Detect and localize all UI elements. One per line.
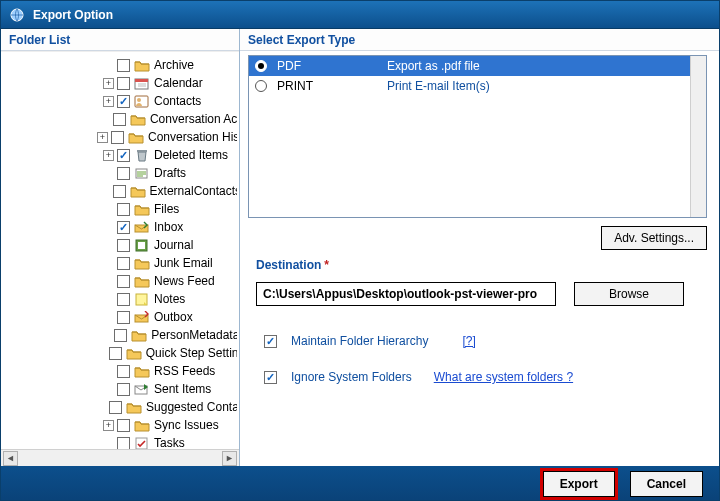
tree-item-files[interactable]: Files: [3, 200, 237, 218]
folder-checkbox[interactable]: [117, 95, 130, 108]
tree-item-personmetadata[interactable]: PersonMetadata: [3, 326, 237, 344]
export-type-name: PDF: [277, 59, 377, 73]
expand-icon[interactable]: +: [103, 96, 114, 107]
adv-settings-button[interactable]: Adv. Settings...: [601, 226, 707, 250]
window-title: Export Option: [33, 8, 113, 22]
sent-icon: [134, 382, 150, 396]
expand-icon[interactable]: +: [103, 78, 114, 89]
tree-item-outbox[interactable]: Outbox: [3, 308, 237, 326]
tasks-icon: [134, 436, 150, 449]
folder-label: Deleted Items: [154, 148, 228, 162]
expand-icon: [99, 186, 110, 197]
folder-checkbox[interactable]: [109, 401, 122, 414]
destination-input[interactable]: [256, 282, 556, 306]
scroll-right-icon[interactable]: ►: [222, 451, 237, 466]
export-type-print[interactable]: PRINTPrint E-mail Item(s): [249, 76, 706, 96]
folder-checkbox[interactable]: [117, 311, 130, 324]
folder-checkbox[interactable]: [117, 365, 130, 378]
calendar-icon: [134, 76, 150, 90]
tree-item-conversation-hist[interactable]: +Conversation Hist: [3, 128, 237, 146]
folder-icon: [134, 274, 150, 288]
scroll-left-icon[interactable]: ◄: [3, 451, 18, 466]
folder-checkbox[interactable]: [117, 203, 130, 216]
tree-item-journal[interactable]: Journal: [3, 236, 237, 254]
expand-icon: [99, 114, 110, 125]
folder-label: Conversation Act: [150, 112, 237, 126]
expand-icon: [103, 384, 114, 395]
maintain-hierarchy-help-link[interactable]: [?]: [462, 334, 475, 348]
tree-item-junk-email[interactable]: Junk Email: [3, 254, 237, 272]
journal-icon: [134, 238, 150, 252]
tree-item-calendar[interactable]: +Calendar: [3, 74, 237, 92]
expand-icon: [103, 60, 114, 71]
export-type-header: Select Export Type: [240, 29, 719, 51]
tree-item-suggested-contac[interactable]: Suggested Contac: [3, 398, 237, 416]
outbox-icon: [134, 310, 150, 324]
expand-icon: [103, 168, 114, 179]
ignore-system-folders-checkbox[interactable]: [264, 371, 277, 384]
expand-icon[interactable]: +: [103, 420, 114, 431]
folder-checkbox[interactable]: [113, 113, 126, 126]
folder-checkbox[interactable]: [117, 239, 130, 252]
expand-icon: [103, 366, 114, 377]
expand-icon: [103, 204, 114, 215]
folder-label: Notes: [154, 292, 185, 306]
export-type-radio[interactable]: [255, 60, 267, 72]
maintain-hierarchy-checkbox[interactable]: [264, 335, 277, 348]
folder-label: RSS Feeds: [154, 364, 215, 378]
folder-icon: [134, 418, 150, 432]
folder-checkbox[interactable]: [113, 185, 126, 198]
folder-tree[interactable]: Archive+Calendar+ContactsConversation Ac…: [1, 51, 239, 449]
folder-checkbox[interactable]: [117, 167, 130, 180]
folder-checkbox[interactable]: [117, 221, 130, 234]
folder-checkbox[interactable]: [117, 77, 130, 90]
tree-item-conversation-act[interactable]: Conversation Act: [3, 110, 237, 128]
svg-rect-11: [138, 242, 145, 249]
browse-button[interactable]: Browse: [574, 282, 684, 306]
folder-label: Sent Items: [154, 382, 211, 396]
export-type-radio[interactable]: [255, 80, 267, 92]
content: Folder List Archive+Calendar+ContactsCon…: [1, 29, 719, 466]
tree-item-notes[interactable]: Notes: [3, 290, 237, 308]
folder-checkbox[interactable]: [111, 131, 124, 144]
tree-item-contacts[interactable]: +Contacts: [3, 92, 237, 110]
folder-label: Junk Email: [154, 256, 213, 270]
folder-checkbox[interactable]: [114, 329, 127, 342]
tree-item-drafts[interactable]: Drafts: [3, 164, 237, 182]
folder-icon: [126, 346, 142, 360]
folder-checkbox[interactable]: [109, 347, 122, 360]
export-type-pdf[interactable]: PDFExport as .pdf file: [249, 56, 706, 76]
folder-checkbox[interactable]: [117, 257, 130, 270]
tree-item-rss-feeds[interactable]: RSS Feeds: [3, 362, 237, 380]
folder-checkbox[interactable]: [117, 149, 130, 162]
export-button-highlight: Export: [540, 468, 618, 500]
export-button[interactable]: Export: [543, 471, 615, 497]
tree-item-quick-step-setting[interactable]: Quick Step Setting: [3, 344, 237, 362]
folder-label: Files: [154, 202, 179, 216]
folder-checkbox[interactable]: [117, 59, 130, 72]
expand-icon[interactable]: +: [103, 150, 114, 161]
folder-label: Calendar: [154, 76, 203, 90]
tree-item-deleted-items[interactable]: +Deleted Items: [3, 146, 237, 164]
svg-rect-2: [135, 79, 148, 82]
tree-item-sync-issues[interactable]: +Sync Issues: [3, 416, 237, 434]
horizontal-scrollbar[interactable]: ◄ ►: [1, 449, 239, 466]
expand-icon: [95, 402, 106, 413]
tree-item-inbox[interactable]: Inbox: [3, 218, 237, 236]
tree-item-archive[interactable]: Archive: [3, 56, 237, 74]
folder-checkbox[interactable]: [117, 275, 130, 288]
system-folders-help-link[interactable]: What are system folders ?: [434, 370, 573, 384]
folder-checkbox[interactable]: [117, 419, 130, 432]
tree-item-externalcontacts[interactable]: ExternalContacts: [3, 182, 237, 200]
expand-icon[interactable]: +: [97, 132, 108, 143]
list-scrollbar[interactable]: [690, 56, 706, 217]
tree-item-news-feed[interactable]: News Feed: [3, 272, 237, 290]
tree-item-tasks[interactable]: Tasks: [3, 434, 237, 449]
folder-label: Contacts: [154, 94, 201, 108]
tree-item-sent-items[interactable]: Sent Items: [3, 380, 237, 398]
folder-checkbox[interactable]: [117, 383, 130, 396]
destination-label: Destination*: [256, 258, 707, 272]
folder-checkbox[interactable]: [117, 293, 130, 306]
cancel-button[interactable]: Cancel: [630, 471, 703, 497]
folder-checkbox[interactable]: [117, 437, 130, 450]
